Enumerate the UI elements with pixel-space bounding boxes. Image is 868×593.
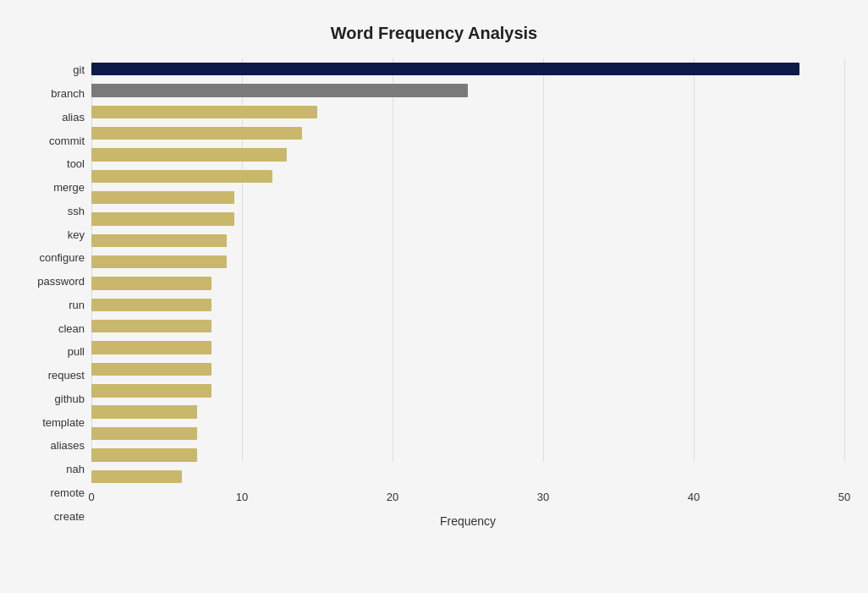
y-label: request — [48, 364, 85, 387]
bar-password — [91, 255, 227, 268]
bar-row — [91, 80, 844, 101]
bar-commit — [91, 127, 302, 140]
y-label: commit — [49, 129, 85, 152]
bar-aliases — [91, 405, 197, 418]
chart-title: Word Frequency Analysis — [24, 24, 844, 43]
bar-row — [91, 187, 844, 208]
bar-pull — [91, 320, 212, 332]
y-label: alias — [62, 106, 85, 129]
y-label: branch — [51, 82, 85, 106]
bars-inner — [91, 58, 844, 487]
bar-request — [91, 341, 212, 354]
y-label: password — [37, 270, 85, 294]
y-label: key — [68, 222, 85, 246]
bar-row — [91, 123, 844, 144]
bar-ssh — [91, 191, 234, 204]
bar-create — [91, 470, 182, 483]
x-axis-title: Frequency — [91, 514, 844, 528]
x-tick: 40 — [688, 491, 700, 503]
chart-container: Word Frequency Analysis gitbranchaliasco… — [7, 7, 861, 586]
y-label: clean — [58, 316, 85, 340]
x-tick: 50 — [838, 491, 850, 503]
bar-row — [91, 316, 844, 337]
y-label: template — [42, 410, 85, 434]
bar-row — [91, 402, 844, 423]
y-label: run — [69, 294, 85, 317]
y-label: ssh — [68, 200, 85, 223]
bar-merge — [91, 170, 272, 183]
bar-row — [91, 337, 844, 358]
bar-alias — [91, 106, 317, 118]
x-axis-labels: 01020304050 — [91, 487, 844, 513]
x-tick: 0 — [88, 491, 94, 503]
bars-area: 01020304050 Frequency — [91, 58, 844, 528]
y-label: nah — [66, 458, 85, 481]
x-tick: 10 — [236, 491, 248, 503]
bar-branch — [91, 84, 468, 96]
bar-nah — [91, 427, 197, 440]
grid-line — [844, 58, 845, 462]
bar-row — [91, 359, 844, 380]
y-labels: gitbranchaliascommittoolmergesshkeyconfi… — [24, 58, 91, 528]
bar-tool — [91, 148, 287, 161]
x-tick: 30 — [537, 491, 549, 503]
bar-row — [91, 58, 844, 80]
bar-row — [91, 466, 844, 487]
y-label: aliases — [51, 434, 85, 458]
y-label: merge — [53, 176, 85, 200]
bar-row — [91, 294, 844, 316]
y-label: remote — [51, 481, 85, 505]
bar-git — [91, 63, 799, 75]
bar-row — [91, 102, 844, 123]
bar-row — [91, 208, 844, 229]
y-label: git — [73, 58, 85, 82]
bar-row — [91, 423, 844, 444]
chart-area: gitbranchaliascommittoolmergesshkeyconfi… — [24, 58, 844, 528]
bar-row — [91, 272, 844, 294]
bar-key — [91, 212, 234, 225]
bar-row — [91, 380, 844, 401]
y-label: create — [54, 504, 85, 528]
bar-configure — [91, 234, 227, 247]
bar-remote — [91, 448, 197, 461]
x-tick: 20 — [387, 491, 398, 503]
bar-row — [91, 166, 844, 187]
bar-row — [91, 444, 844, 465]
bar-rows — [91, 58, 844, 487]
y-label: tool — [67, 152, 85, 176]
y-label: configure — [40, 246, 85, 270]
bar-github — [91, 363, 212, 376]
bar-template — [91, 384, 212, 397]
y-label: github — [55, 387, 85, 411]
bar-row — [91, 251, 844, 272]
bar-run — [91, 277, 212, 289]
bar-row — [91, 230, 844, 251]
bar-clean — [91, 299, 212, 311]
bar-row — [91, 144, 844, 165]
y-label: pull — [68, 340, 85, 364]
